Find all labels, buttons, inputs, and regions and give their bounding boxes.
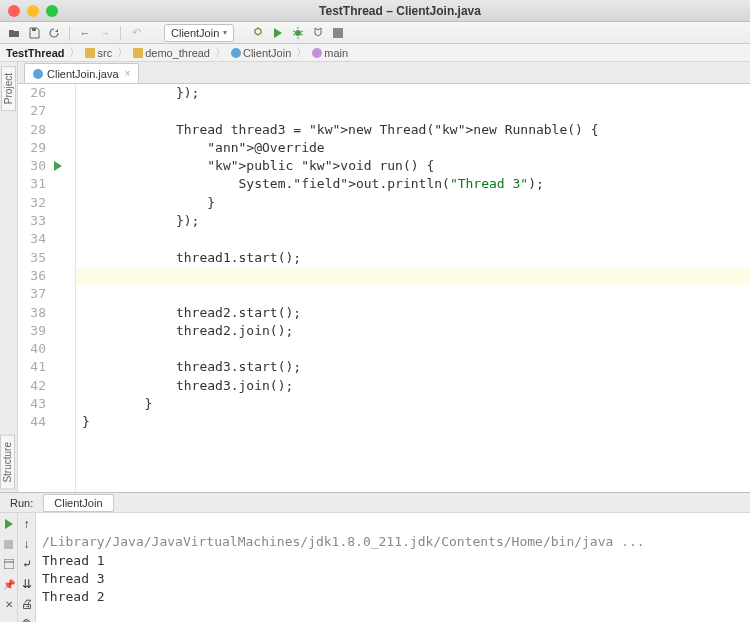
- console-command: /Library/Java/JavaVirtualMachines/jdk1.8…: [42, 534, 645, 549]
- chevron-right-icon: 〉: [117, 45, 128, 60]
- svg-rect-0: [32, 28, 36, 31]
- editor-tab-label: ClientJoin.java: [47, 68, 119, 80]
- open-icon[interactable]: [6, 25, 22, 41]
- run-config-selector[interactable]: ClientJoin: [164, 24, 234, 42]
- save-icon[interactable]: [26, 25, 42, 41]
- run-icon[interactable]: [270, 25, 286, 41]
- svg-point-1: [295, 30, 301, 36]
- svg-rect-4: [4, 559, 14, 569]
- close-icon[interactable]: ×: [125, 68, 131, 79]
- class-icon: [231, 48, 241, 58]
- main-area: Project ClientJoin.java × 26 27 28 29 30…: [0, 62, 750, 492]
- titlebar: TestThread – ClientJoin.java: [0, 0, 750, 22]
- chevron-right-icon: 〉: [296, 45, 307, 60]
- close-icon[interactable]: ✕: [2, 597, 16, 611]
- trash-icon[interactable]: 🗑: [21, 617, 33, 622]
- debug-icon[interactable]: [290, 25, 306, 41]
- window-title: TestThread – ClientJoin.java: [58, 4, 742, 18]
- maximize-window-icon[interactable]: [46, 5, 58, 17]
- console-line: Thread 2: [42, 589, 105, 604]
- code-content[interactable]: }); Thread thread3 = "kw">new Thread("kw…: [76, 84, 750, 492]
- folder-icon: [133, 48, 143, 58]
- left-toolwindow-strip: Project: [0, 62, 18, 492]
- back-icon[interactable]: ←: [77, 25, 93, 41]
- editor-column: ClientJoin.java × 26 27 28 29 30 31 32 3…: [18, 62, 750, 492]
- current-line-highlight: [76, 267, 750, 285]
- run-body: 📌 ✕ ↑ ↓ ⤶ ⇊ 🖨 🗑 /Library/Java/JavaVirtua…: [0, 513, 750, 622]
- editor-tabs: ClientJoin.java ×: [18, 62, 750, 84]
- breadcrumb-class[interactable]: ClientJoin: [231, 47, 291, 59]
- scroll-icon[interactable]: ⇊: [22, 577, 32, 591]
- chevron-right-icon: 〉: [69, 45, 80, 60]
- structure-toolwindow-button[interactable]: Structure: [0, 435, 15, 490]
- breadcrumb-method[interactable]: main: [312, 47, 348, 59]
- build-icon[interactable]: [250, 25, 266, 41]
- svg-rect-3: [4, 540, 13, 549]
- svg-rect-2: [333, 28, 343, 38]
- breadcrumb-pkg[interactable]: demo_thread: [133, 47, 210, 59]
- project-toolwindow-button[interactable]: Project: [1, 66, 16, 111]
- breadcrumb-project[interactable]: TestThread: [6, 47, 64, 59]
- folder-icon: [85, 48, 95, 58]
- toolbar-separator: [69, 26, 70, 40]
- run-toolwindow-header: Run: ClientJoin: [0, 493, 750, 513]
- refresh-icon[interactable]: [46, 25, 62, 41]
- console-output[interactable]: /Library/Java/JavaVirtualMachines/jdk1.8…: [36, 513, 750, 622]
- code-editor[interactable]: 26 27 28 29 30 31 32 33 34 35 36 37 38 3…: [18, 84, 750, 492]
- main-toolbar: ← → ↶ ClientJoin: [0, 22, 750, 44]
- marker-gutter[interactable]: [50, 84, 76, 492]
- breadcrumb: TestThread 〉 src 〉 demo_thread 〉 ClientJ…: [0, 44, 750, 62]
- console-line: Thread 1: [42, 553, 105, 568]
- structure-toolwindow-button-holder: Structure: [0, 435, 18, 490]
- run-toolwindow: Run: ClientJoin 📌 ✕ ↑ ↓ ⤶ ⇊ 🖨 🗑 /Library…: [0, 492, 750, 622]
- wrap-icon[interactable]: ⤶: [22, 557, 32, 571]
- coverage-icon[interactable]: [310, 25, 326, 41]
- run-tab[interactable]: ClientJoin: [43, 494, 113, 512]
- down-icon[interactable]: ↓: [24, 537, 30, 551]
- run-config-label: ClientJoin: [171, 27, 219, 39]
- stop-icon[interactable]: [2, 537, 16, 551]
- undo-icon[interactable]: ↶: [128, 25, 144, 41]
- method-icon: [312, 48, 322, 58]
- layout-icon[interactable]: [2, 557, 16, 571]
- window-controls: [8, 5, 58, 17]
- console-line: Thread 3: [42, 571, 105, 586]
- minimize-window-icon[interactable]: [27, 5, 39, 17]
- breadcrumb-src[interactable]: src: [85, 47, 112, 59]
- rerun-icon[interactable]: [2, 517, 16, 531]
- run-marker-icon[interactable]: [54, 161, 66, 171]
- editor-tab[interactable]: ClientJoin.java ×: [24, 63, 139, 83]
- chevron-right-icon: 〉: [215, 45, 226, 60]
- line-number-gutter: 26 27 28 29 30 31 32 33 34 35 36 37 38 3…: [18, 84, 50, 492]
- close-window-icon[interactable]: [8, 5, 20, 17]
- run-left-toolbar: 📌 ✕: [0, 513, 18, 622]
- run-left-toolbar-2: ↑ ↓ ⤶ ⇊ 🖨 🗑: [18, 513, 36, 622]
- stop-icon[interactable]: [330, 25, 346, 41]
- print-icon[interactable]: 🖨: [21, 597, 33, 611]
- forward-icon[interactable]: →: [97, 25, 113, 41]
- class-icon: [33, 69, 43, 79]
- run-label: Run:: [0, 497, 43, 509]
- up-icon[interactable]: ↑: [24, 517, 30, 531]
- pin-icon[interactable]: 📌: [2, 577, 16, 591]
- toolbar-separator: [120, 26, 121, 40]
